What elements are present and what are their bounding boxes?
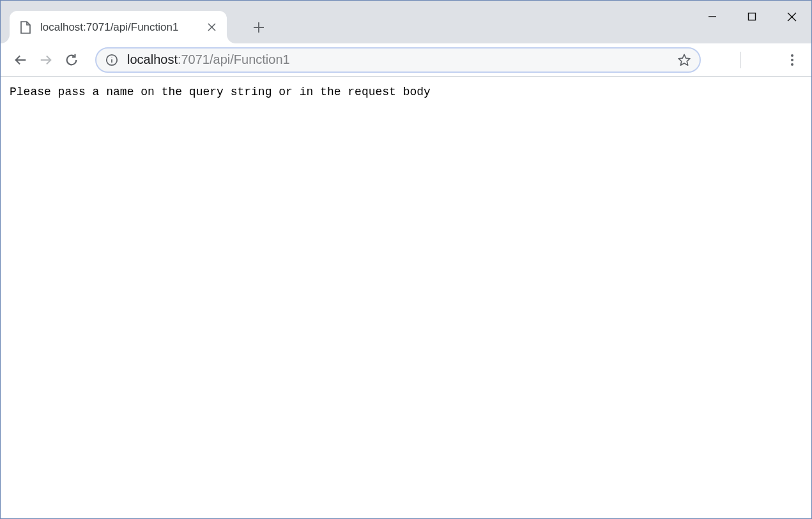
window-maximize-button[interactable] [732, 1, 772, 33]
svg-point-16 [791, 63, 793, 66]
forward-button[interactable] [35, 49, 57, 71]
svg-point-15 [791, 59, 793, 61]
svg-point-12 [111, 57, 112, 57]
svg-rect-5 [749, 13, 756, 20]
window-close-button[interactable] [772, 1, 811, 33]
browser-tab-active[interactable]: localhost:7071/api/Function1 [10, 11, 227, 43]
window-controls [693, 1, 811, 33]
url-host: localhost [127, 52, 178, 66]
file-icon [20, 21, 31, 34]
browser-toolbar: localhost:7071/api/Function1 [1, 43, 811, 77]
address-bar[interactable]: localhost:7071/api/Function1 [95, 47, 701, 73]
reload-button[interactable] [61, 49, 82, 71]
close-tab-button[interactable] [205, 21, 218, 34]
browser-menu-button[interactable] [779, 47, 805, 73]
url-text: localhost:7071/api/Function1 [127, 52, 675, 67]
tab-title: localhost:7071/api/Function1 [40, 21, 199, 34]
page-body-text: Please pass a name on the query string o… [1, 77, 811, 107]
bookmark-star-button[interactable] [675, 51, 693, 69]
window-minimize-button[interactable] [693, 1, 732, 33]
toolbar-divider [740, 52, 741, 68]
svg-point-14 [791, 54, 793, 57]
url-rest: :7071/api/Function1 [178, 52, 290, 66]
new-tab-button[interactable] [249, 17, 269, 38]
back-button[interactable] [10, 49, 31, 71]
site-info-icon[interactable] [105, 54, 118, 66]
browser-tab-strip: localhost:7071/api/Function1 [1, 1, 811, 43]
svg-marker-13 [678, 54, 690, 65]
